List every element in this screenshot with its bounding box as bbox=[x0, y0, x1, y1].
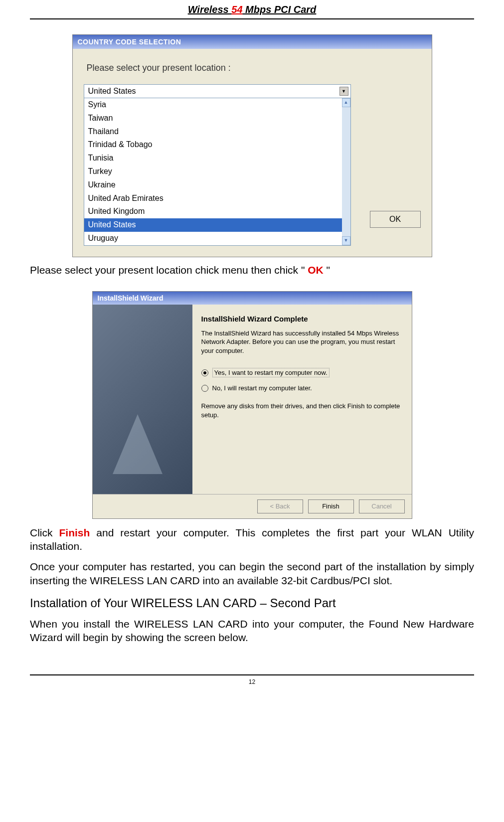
list-item[interactable]: Trinidad & Tobago bbox=[84, 138, 350, 152]
list-scrollbar[interactable]: ▲ ▼ bbox=[342, 98, 350, 245]
list-item[interactable]: United Arab Emirates bbox=[84, 192, 350, 205]
radio-restart-later[interactable]: No, I will restart my computer later. bbox=[201, 384, 403, 392]
figure-installshield-dialog: InstallShield Wizard InstallShield Wizar… bbox=[30, 291, 474, 519]
dialog2-titlebar: InstallShield Wizard bbox=[93, 292, 412, 305]
list-item[interactable]: Tunisia bbox=[84, 152, 350, 165]
list-item[interactable]: Taiwan bbox=[84, 112, 350, 125]
radio-icon[interactable] bbox=[201, 369, 208, 376]
list-item[interactable]: Syria bbox=[84, 98, 350, 112]
dialog2-heading: InstallShield Wizard Complete bbox=[201, 315, 403, 323]
figure-country-dialog: COUNTRY CODE SELECTION Please select you… bbox=[30, 34, 474, 257]
dialog1-instruction: Please select your present location : bbox=[87, 63, 421, 73]
dialog1-titlebar: COUNTRY CODE SELECTION bbox=[73, 35, 432, 49]
page-number: 12 bbox=[30, 675, 474, 695]
dropdown-button[interactable]: ▼ bbox=[339, 87, 348, 96]
dialog2-footer-para: Remove any disks from their drives, and … bbox=[201, 402, 403, 419]
dialog2-button-bar: < Back Finish Cancel bbox=[93, 494, 412, 518]
country-select-value: United States bbox=[88, 87, 136, 96]
dialog-country-code: COUNTRY CODE SELECTION Please select you… bbox=[72, 34, 432, 257]
header-pre: Wireless bbox=[188, 4, 232, 15]
list-item[interactable]: Ukraine bbox=[84, 178, 350, 192]
scroll-down-icon[interactable]: ▼ bbox=[342, 236, 350, 245]
cancel-button: Cancel bbox=[359, 499, 405, 513]
list-item[interactable]: United Kingdom bbox=[84, 205, 350, 218]
section-heading: Installation of Your WIRELESS LAN CARD –… bbox=[30, 596, 474, 610]
back-button: < Back bbox=[257, 499, 303, 513]
list-item-selected[interactable]: United States bbox=[84, 218, 350, 232]
page-header: Wireless 54 Mbps PCI Card bbox=[30, 0, 474, 19]
caption-1: Please select your present location chic… bbox=[30, 264, 474, 276]
scroll-up-icon[interactable]: ▲ bbox=[342, 98, 350, 107]
radio-yes-label: Yes, I want to restart my computer now. bbox=[212, 368, 330, 377]
dialog2-paragraph: The InstallShield Wizard has successfull… bbox=[201, 329, 403, 355]
body-p1: Click Finish and restart your computer. … bbox=[30, 526, 474, 553]
list-item[interactable]: Turkey bbox=[84, 165, 350, 178]
dialog-installshield: InstallShield Wizard InstallShield Wizar… bbox=[92, 291, 412, 519]
country-listbox[interactable]: Syria Taiwan Thailand Trinidad & Tobago … bbox=[84, 98, 351, 246]
finish-button[interactable]: Finish bbox=[308, 499, 354, 513]
list-item[interactable]: Uruguay bbox=[84, 232, 350, 245]
country-select[interactable]: United States ▼ bbox=[84, 84, 351, 98]
body-p3: When you install the WIRELESS LAN CARD i… bbox=[30, 617, 474, 645]
dialog2-side-graphic bbox=[93, 305, 192, 494]
ok-button[interactable]: OK bbox=[370, 211, 421, 228]
radio-restart-now[interactable]: Yes, I want to restart my computer now. bbox=[201, 368, 403, 377]
header-red: 54 bbox=[231, 4, 242, 15]
radio-icon[interactable] bbox=[201, 385, 208, 392]
header-post: Mbps PCI Card bbox=[243, 4, 317, 15]
body-p2: Once your computer has restarted, you ca… bbox=[30, 560, 474, 587]
radio-no-label: No, I will restart my computer later. bbox=[212, 384, 312, 392]
list-item[interactable]: Thailand bbox=[84, 125, 350, 139]
